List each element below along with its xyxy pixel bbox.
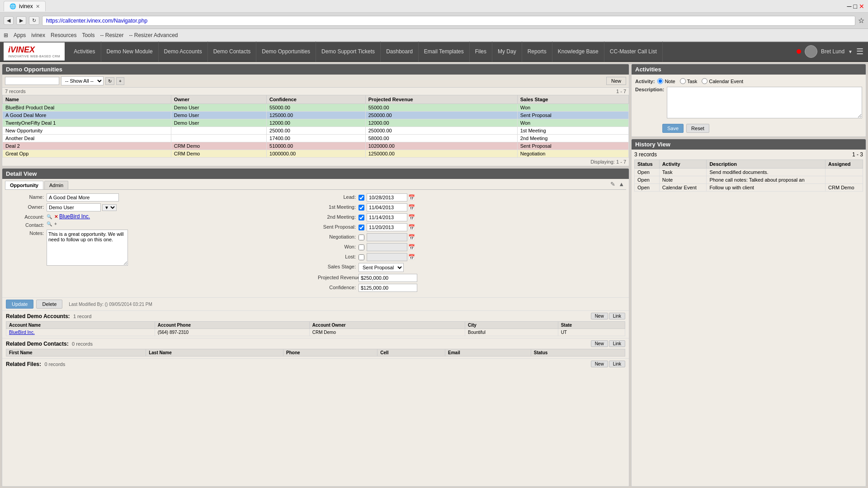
table-row[interactable]: A Good Deal More Demo User 125000.00 250… (3, 112, 629, 119)
meeting1-calendar-icon[interactable]: 📅 (408, 204, 415, 211)
lost-date[interactable] (367, 253, 407, 261)
meeting1-checkbox[interactable] (359, 205, 364, 211)
table-row[interactable]: New Opportunity 25000.00 250000.00 1st M… (3, 127, 629, 135)
table-row[interactable]: Another Deal 17400.00 58000.00 2nd Meeti… (3, 135, 629, 142)
nav-my-day[interactable]: My Day (492, 42, 522, 61)
projected-revenue-field[interactable] (359, 274, 417, 282)
nav-demo-opportunities[interactable]: Demo Opportunities (256, 42, 316, 61)
table-row[interactable]: TwentyOneFifty Deal 1 Demo User 12000.00… (3, 119, 629, 127)
contact-search-icon[interactable]: 🔍 (47, 221, 52, 226)
search-input[interactable] (5, 77, 59, 85)
maximize-btn[interactable]: □ (854, 3, 857, 10)
confidence-field[interactable] (359, 284, 417, 292)
radio-task[interactable]: Task (680, 78, 698, 84)
contact-add-icon[interactable]: + (54, 221, 57, 226)
user-dropdown-icon[interactable]: ▼ (848, 49, 853, 54)
collapse-icon[interactable]: ▲ (618, 181, 624, 188)
list-item[interactable]: Open Note Phone call notes: Talked about… (635, 176, 863, 184)
account-link[interactable]: BlueBird Inc. (59, 213, 90, 220)
sent-proposal-date[interactable] (367, 223, 407, 231)
nav-cc-master-call-list[interactable]: CC-Master Call List (604, 42, 663, 61)
negotiation-date[interactable] (367, 233, 407, 241)
nav-demo-new-module[interactable]: Demo New Module (101, 42, 159, 61)
won-checkbox[interactable] (359, 244, 364, 250)
lead-calendar-icon[interactable]: 📅 (408, 194, 415, 201)
close-window-btn[interactable]: ✕ (859, 3, 864, 10)
tab-close-btn[interactable]: ✕ (36, 4, 40, 9)
opp-name[interactable]: TwentyOneFifty Deal 1 (3, 119, 171, 127)
opp-name[interactable]: Deal 2 (3, 142, 171, 150)
save-activity-btn[interactable]: Save (662, 124, 684, 133)
meeting2-date[interactable] (367, 213, 407, 221)
notes-field[interactable]: This is a great opportunity. We will nee… (47, 230, 128, 266)
refresh-table-btn[interactable]: ↻ (105, 77, 114, 85)
sales-stage-select[interactable]: Sent Proposal (359, 263, 404, 272)
sent-proposal-calendar-icon[interactable]: 📅 (408, 224, 415, 230)
edit-icon[interactable]: ✎ (610, 181, 615, 188)
related-files-link-btn[interactable]: Link (609, 361, 625, 367)
update-btn[interactable]: Update (6, 300, 33, 309)
lost-calendar-icon[interactable]: 📅 (408, 254, 415, 260)
table-row[interactable]: Great Opp CRM Demo 1000000.00 1250000.00… (3, 150, 629, 158)
related-accounts-new-btn[interactable]: New (591, 313, 608, 319)
add-column-btn[interactable]: + (116, 77, 124, 85)
related-contacts-link-btn[interactable]: Link (609, 340, 625, 347)
table-row[interactable]: Deal 2 CRM Demo 510000.00 1020000.00 Sen… (3, 142, 629, 150)
nav-knowledge-base[interactable]: Knowledge Base (552, 42, 604, 61)
bookmark-ivinex[interactable]: ivinex (31, 32, 45, 38)
hamburger-menu[interactable]: ☰ (856, 47, 863, 56)
nav-files[interactable]: Files (470, 42, 492, 61)
related-contacts-new-btn[interactable]: New (591, 340, 608, 347)
nav-email-templates[interactable]: Email Templates (419, 42, 470, 61)
nav-demo-support-tickets[interactable]: Demo Support Tickets (316, 42, 381, 61)
negotiation-checkbox[interactable] (359, 235, 364, 240)
account-search-icon[interactable]: 🔍 (47, 214, 52, 219)
new-opportunity-btn[interactable]: New (606, 77, 626, 85)
meeting1-date[interactable] (367, 203, 407, 211)
reset-activity-btn[interactable]: Reset (686, 124, 709, 133)
col-name[interactable]: Name (3, 95, 171, 104)
opp-name[interactable]: A Good Deal More (3, 112, 171, 119)
bookmark-resizer-adv[interactable]: -- Resizer Advanced (129, 32, 178, 38)
nav-demo-accounts[interactable]: Demo Accounts (159, 42, 208, 61)
star-icon[interactable]: ☆ (858, 16, 864, 25)
minimize-btn[interactable]: ─ (847, 3, 852, 10)
lead-date[interactable] (367, 193, 407, 202)
owner-field[interactable] (47, 203, 101, 211)
refresh-btn[interactable]: ↻ (29, 16, 39, 25)
meeting2-checkbox[interactable] (359, 215, 364, 221)
table-row[interactable]: BlueBird Inc. (564) 897-2310 CRM Demo Bo… (6, 329, 625, 336)
sent-proposal-checkbox[interactable] (359, 225, 364, 230)
account-name[interactable]: BlueBird Inc. (6, 329, 155, 336)
opp-name[interactable]: BlueBird Product Deal (3, 104, 171, 112)
nav-demo-contacts[interactable]: Demo Contacts (208, 42, 257, 61)
related-accounts-link-btn[interactable]: Link (609, 313, 625, 319)
won-calendar-icon[interactable]: 📅 (408, 244, 415, 250)
description-textarea[interactable] (667, 87, 862, 118)
nav-reports[interactable]: Reports (522, 42, 552, 61)
bookmark-apps[interactable]: Apps (14, 32, 26, 38)
list-item[interactable]: Open Task Send modified documents. (635, 169, 863, 176)
opp-name[interactable]: New Opportunity (3, 127, 171, 135)
user-name[interactable]: Bret Lund (821, 48, 844, 55)
won-date[interactable] (367, 243, 407, 251)
owner-select[interactable]: ▼ (102, 204, 117, 211)
nav-dashboard[interactable]: Dashboard (381, 42, 419, 61)
list-item[interactable]: Open Calendar Event Follow up with clien… (635, 184, 863, 192)
col-projected-revenue[interactable]: Projected Revenue (365, 95, 517, 104)
tab-admin[interactable]: Admin (44, 181, 68, 189)
col-owner[interactable]: Owner (171, 95, 266, 104)
delete-btn[interactable]: Delete (36, 300, 62, 309)
back-btn[interactable]: ◀ (4, 16, 14, 25)
opp-name[interactable]: Great Opp (3, 150, 171, 158)
browser-tab[interactable]: 🌐 ivinex ✕ (4, 1, 46, 11)
opp-name[interactable]: Another Deal (3, 135, 171, 142)
bookmark-resizer[interactable]: -- Resizer (100, 32, 123, 38)
col-sales-stage[interactable]: Sales Stage (517, 95, 628, 104)
bookmark-tools[interactable]: Tools (82, 32, 94, 38)
lead-checkbox[interactable] (359, 195, 364, 201)
meeting2-calendar-icon[interactable]: 📅 (408, 214, 415, 221)
tab-opportunity[interactable]: Opportunity (5, 181, 43, 189)
table-row[interactable]: BlueBird Product Deal Demo User 55000.00… (3, 104, 629, 112)
show-all-select[interactable]: -- Show All -- (61, 76, 104, 85)
